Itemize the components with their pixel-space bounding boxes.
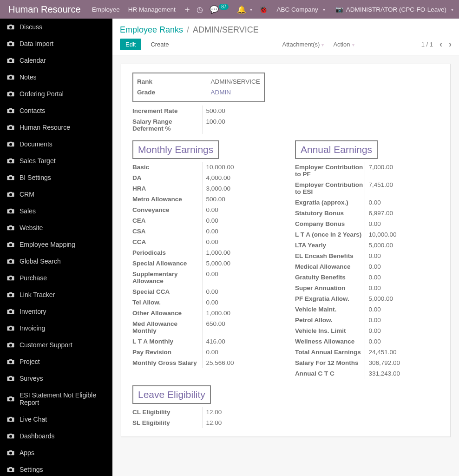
attachments-menu[interactable]: Attachment(s) xyxy=(282,41,324,48)
field-label: Supplementary Allowance xyxy=(132,269,202,286)
field-label: Other Allowance xyxy=(132,308,202,318)
sidebar-item[interactable]: Human Resource xyxy=(0,119,112,136)
field-value: 0.00 xyxy=(202,269,276,286)
field-label: CCA xyxy=(132,237,202,247)
app-icon xyxy=(7,91,15,97)
sidebar-item[interactable]: Discuss xyxy=(0,19,112,35)
sidebar-item[interactable]: Invoicing xyxy=(0,320,112,337)
app-icon xyxy=(7,241,15,248)
topbar: Human Resource Employee HR Management ＋ … xyxy=(0,0,459,19)
field-label: Statutory Bonus xyxy=(295,208,365,218)
field-label: EL Encash Benefits xyxy=(295,251,365,261)
edit-button[interactable]: Edit xyxy=(120,39,141,50)
field-label: Wellness Allowance xyxy=(295,336,365,347)
field-label: Company Bonus xyxy=(295,218,365,229)
sidebar-item-label: Customer Support xyxy=(20,341,72,349)
pager[interactable]: 1 / 1 xyxy=(421,41,433,48)
sidebar-item[interactable]: Global Search xyxy=(0,253,112,270)
deferment-value: 100.00 xyxy=(202,116,253,134)
notifications-icon[interactable]: 🔔 xyxy=(237,5,252,14)
field-value: 0.00 xyxy=(202,286,276,297)
menu-employee[interactable]: Employee xyxy=(91,4,121,15)
breadcrumb: Employee Ranks / ADMIN/SERVICE xyxy=(120,25,452,35)
bug-icon[interactable]: 🐞 xyxy=(259,5,268,14)
field-value: 10,000.00 xyxy=(202,162,276,172)
sidebar-item[interactable]: ESI Statement Not Eligible Report xyxy=(0,387,112,411)
user-menu[interactable]: 📷 ADMINISTRATOR (CPC-FO-Leave) xyxy=(334,6,455,13)
field-value: 306,792.00 xyxy=(365,357,439,368)
msg-count-badge: 87 xyxy=(219,4,229,10)
field-label: PF Exgratia Allow. xyxy=(295,293,365,304)
sidebar-item[interactable]: Calendar xyxy=(0,52,112,69)
sidebar-item-label: Notes xyxy=(20,73,37,81)
sidebar-item[interactable]: Documents xyxy=(0,136,112,152)
sidebar-item[interactable]: Sales Target xyxy=(0,152,112,169)
messages-icon[interactable]: 💬87 xyxy=(210,5,230,14)
sidebar-item-label: Link Tracker xyxy=(20,291,55,298)
field-value: 0.00 xyxy=(365,325,439,336)
form-sheet: Rank ADMIN/SERVICE Grade ADMIN Increment… xyxy=(121,64,451,437)
sidebar-item-label: Project xyxy=(20,358,40,365)
company-switcher[interactable]: ABC Company xyxy=(275,6,327,13)
sidebar-item-label: Sales Target xyxy=(20,157,56,165)
field-label: CEA xyxy=(132,215,202,226)
next-record-icon[interactable]: › xyxy=(449,40,452,49)
field-value: 25,566.00 xyxy=(202,357,276,368)
sidebar-item[interactable]: Live Chat xyxy=(0,411,112,428)
annual-earnings-title: Annual Earnings xyxy=(295,140,378,159)
sidebar-item[interactable]: Link Tracker xyxy=(0,286,112,303)
action-menu[interactable]: Action xyxy=(333,41,354,48)
sidebar-item[interactable]: Apps xyxy=(0,444,112,461)
sidebar-item[interactable]: Ordering Portal xyxy=(0,86,112,102)
app-icon xyxy=(7,358,15,365)
sidebar-item[interactable]: Dashboards xyxy=(0,428,112,444)
increment-value: 500.00 xyxy=(202,106,253,116)
sidebar-item[interactable]: Sales xyxy=(0,203,112,219)
sidebar-item[interactable]: CRM xyxy=(0,186,112,203)
sidebar-item[interactable]: Data Import xyxy=(0,35,112,52)
sidebar-item[interactable]: Surveys xyxy=(0,370,112,387)
top-menus: Employee HR Management ＋ xyxy=(91,4,191,15)
field-label: Conveyance xyxy=(132,205,202,215)
sidebar-item-label: ESI Statement Not Eligible Report xyxy=(20,391,106,406)
sidebar-item[interactable]: Employee Mapping xyxy=(0,236,112,253)
app-icon xyxy=(7,466,15,473)
add-menu-icon[interactable]: ＋ xyxy=(183,4,191,15)
sidebar-item[interactable]: Inventory xyxy=(0,303,112,320)
field-value: 4,000.00 xyxy=(202,172,276,183)
field-value: 3,000.00 xyxy=(202,183,276,194)
field-label: LTA Yearly xyxy=(295,240,365,251)
sidebar-item[interactable]: Notes xyxy=(0,69,112,86)
sidebar-item[interactable]: Customer Support xyxy=(0,337,112,353)
sidebar-item-label: Employee Mapping xyxy=(20,241,75,248)
field-label: Basic xyxy=(132,162,202,172)
breadcrumb-root[interactable]: Employee Ranks xyxy=(120,25,183,35)
sidebar-item[interactable]: Purchase xyxy=(0,270,112,286)
app-icon xyxy=(7,225,15,231)
field-label: Periodicals xyxy=(132,247,202,258)
app-icon xyxy=(7,208,15,214)
field-label: SL Eligibility xyxy=(132,417,202,428)
sidebar-item[interactable]: Contacts xyxy=(0,102,112,119)
grade-value[interactable]: ADMIN xyxy=(211,89,231,96)
sidebar-item[interactable]: Settings xyxy=(0,461,112,476)
app-icon xyxy=(7,258,15,264)
camera-icon: 📷 xyxy=(335,6,343,13)
rank-grade-box: Rank ADMIN/SERVICE Grade ADMIN xyxy=(132,73,265,102)
sidebar-item[interactable]: BI Settings xyxy=(0,169,112,186)
field-value: 500.00 xyxy=(202,194,276,205)
sidebar-item[interactable]: Website xyxy=(0,219,112,236)
field-value: 0.00 xyxy=(202,297,276,308)
app-icon xyxy=(7,396,15,402)
sidebar-item[interactable]: Project xyxy=(0,353,112,370)
menu-hr-management[interactable]: HR Management xyxy=(127,4,177,15)
sidebar-item-label: Dashboards xyxy=(20,432,55,440)
clock-icon[interactable]: ◷ xyxy=(197,5,203,14)
field-value: 0.00 xyxy=(365,218,439,229)
create-button[interactable]: Create xyxy=(146,39,173,50)
app-brand[interactable]: Human Resource xyxy=(4,4,85,15)
prev-record-icon[interactable]: ‹ xyxy=(439,40,442,49)
field-label: Tel Allow. xyxy=(132,297,202,308)
field-label: HRA xyxy=(132,183,202,194)
app-icon xyxy=(7,158,15,164)
